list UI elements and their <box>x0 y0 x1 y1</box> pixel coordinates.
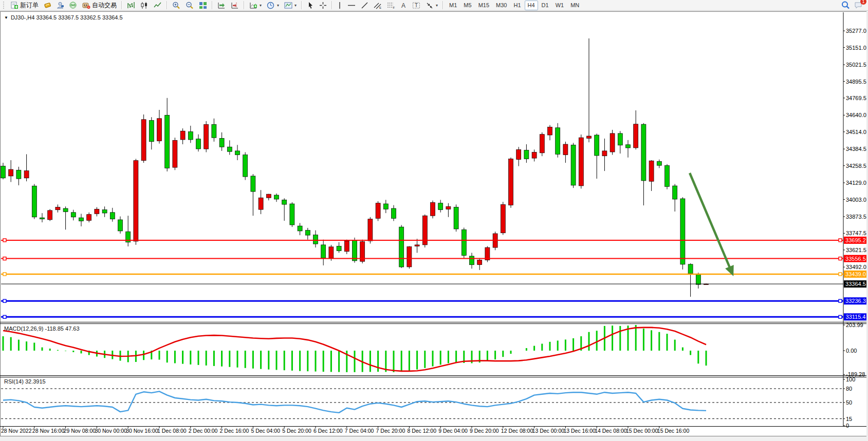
svg-text:33364.5: 33364.5 <box>845 281 866 287</box>
time-tick-label: 8 Dec 12:00 <box>407 428 436 434</box>
price-axis[interactable]: 35277.035151.035021.534895.534769.534640… <box>843 28 867 320</box>
price-tick-label: 35151.0 <box>846 45 866 51</box>
rsi-tick-label: 0 <box>846 423 849 429</box>
svg-text:33556.5: 33556.5 <box>845 256 866 262</box>
hline-handle[interactable] <box>3 239 6 242</box>
mt4-window: 新订单 自动交易 <box>0 0 868 441</box>
rsi-tick-label: 15 <box>846 416 852 422</box>
price-tick-label: 33492.0 <box>846 264 866 270</box>
price-tick-label: 33621.5 <box>846 247 866 253</box>
time-tick-label: 2 Dec 00:00 <box>189 428 218 434</box>
hline-handle[interactable] <box>839 315 842 318</box>
price-tick-label: 34003.0 <box>846 197 866 203</box>
price-line-label: 33556.5 <box>844 255 867 262</box>
price-tick-label: 34640.0 <box>846 112 866 118</box>
hline-handle[interactable] <box>3 273 6 276</box>
price-line-label: 33364.5 <box>844 280 867 287</box>
chevron-down-icon: ▼ <box>4 15 8 20</box>
hline-handle[interactable] <box>839 257 842 260</box>
pane-splitter-macd[interactable] <box>0 322 866 324</box>
time-tick-label: 15 Dec 16:00 <box>657 428 690 434</box>
price-tick-label: 34129.0 <box>846 180 866 186</box>
price-tick-label: 34769.5 <box>846 95 866 101</box>
svg-text:33439.0: 33439.0 <box>845 271 866 277</box>
time-tick-label: 14 Dec 08:00 <box>595 428 627 434</box>
time-tick-label: 12 Dec 08:00 <box>501 428 533 434</box>
price-tick-label: 34384.5 <box>846 146 866 152</box>
time-tick-label: 1 Dec 08:00 <box>157 428 187 434</box>
hline-handle[interactable] <box>3 315 6 318</box>
rsi-pane: 1008050150 <box>1 376 855 429</box>
time-tick-label: 5 Dec 04:00 <box>251 428 280 434</box>
macd-indicator-label: MACD(12,26,9) -118.85 47.63 <box>4 325 80 332</box>
rsi-tick-label: 100 <box>846 376 855 382</box>
svg-text:33115.4: 33115.4 <box>846 314 866 320</box>
hline-handle[interactable] <box>839 239 842 242</box>
price-line-label: 33236.3 <box>844 297 867 304</box>
rsi-tick-label: 50 <box>846 399 852 406</box>
time-tick-label: 13 Dec 00:00 <box>532 428 565 434</box>
svg-text:33695.2: 33695.2 <box>845 237 866 243</box>
price-tick-label: 33873.5 <box>846 214 866 220</box>
time-tick-label: 9 Dec 04:00 <box>438 428 468 434</box>
time-tick-label: 5 Dec 20:00 <box>282 428 311 434</box>
rsi-tick-label: 80 <box>846 386 852 392</box>
hline-handle[interactable] <box>3 257 6 260</box>
time-tick-label: 6 Dec 12:00 <box>313 428 343 434</box>
price-tick-label: 35021.5 <box>846 62 866 68</box>
price-tick-label: 35277.0 <box>846 28 866 34</box>
hline-handle[interactable] <box>3 299 6 302</box>
time-tick-label: 30 Nov 16:00 <box>126 428 158 434</box>
price-tick-label: 34258.5 <box>846 163 866 169</box>
chart-title-text: DJ30-,H4 33364.5 33367.5 33362.5 33364.5 <box>11 14 123 21</box>
price-line-label: 33115.4 <box>844 313 867 320</box>
price-line-label: 33695.2 <box>844 237 867 244</box>
time-tick-label: 15 Dec 00:00 <box>626 428 658 434</box>
rsi-indicator-label: RSI(14) 32.3915 <box>4 378 46 385</box>
time-tick-label: 29 Nov 08:00 <box>64 428 96 434</box>
rsi-line <box>3 391 706 413</box>
macd-tick-label: 203.99 <box>846 322 863 328</box>
macd-pane: 203.990.00-189.28 <box>3 322 865 377</box>
time-axis[interactable]: 28 Nov 202228 Nov 16:0029 Nov 08:0030 No… <box>1 426 689 434</box>
price-tick-label: 34895.5 <box>846 79 866 85</box>
trend-arrow-annotation[interactable] <box>690 173 734 276</box>
chart-canvas[interactable]: 35277.035151.035021.534895.534769.534640… <box>0 0 868 441</box>
price-tick-label: 33747.5 <box>846 230 866 236</box>
hline-handle[interactable] <box>839 299 842 302</box>
time-tick-label: 7 Dec 20:00 <box>376 428 405 434</box>
macd-tick-label: 0.00 <box>846 348 857 354</box>
price-line-label: 33439.0 <box>844 271 867 278</box>
pane-splitter-rsi[interactable] <box>0 375 866 377</box>
time-tick-label: 28 Nov 2022 <box>1 428 32 434</box>
time-tick-label: 2 Dec 16:00 <box>220 428 249 434</box>
price-tick-label: 34514.0 <box>846 129 866 135</box>
time-tick-label: 28 Nov 16:00 <box>32 428 65 434</box>
hline-objects[interactable] <box>1 239 843 318</box>
hline-handle[interactable] <box>839 273 842 276</box>
time-tick-label: 9 Dec 20:00 <box>470 428 499 434</box>
time-tick-label: 13 Dec 16:00 <box>563 428 596 434</box>
candles-layer <box>1 39 709 297</box>
time-tick-label: 7 Dec 04:00 <box>345 428 374 434</box>
time-tick-label: 30 Nov 00:00 <box>95 428 127 434</box>
svg-text:33236.3: 33236.3 <box>845 298 866 304</box>
chart-title[interactable]: ▼ DJ30-,H4 33364.5 33367.5 33362.5 33364… <box>4 14 123 21</box>
